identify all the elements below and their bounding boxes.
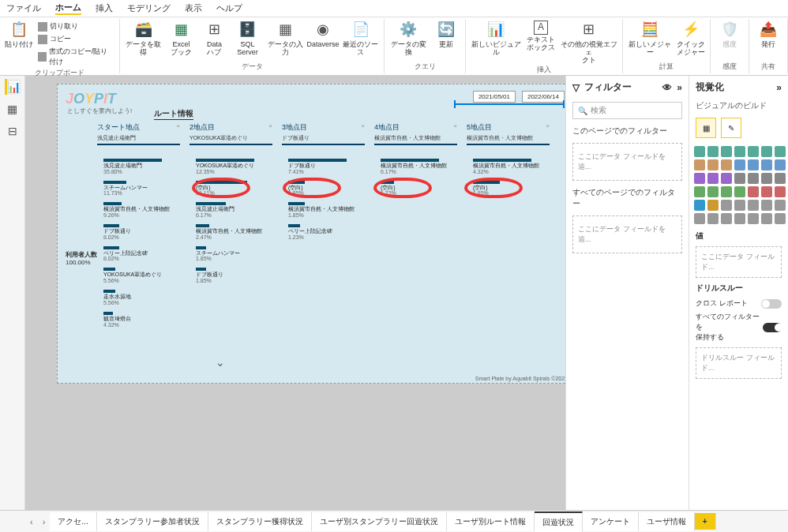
drillthrough-well[interactable]: ドリルスルー フィールド... bbox=[696, 347, 782, 379]
datahub-button[interactable]: ⊞Data ハブ bbox=[200, 21, 228, 57]
page-tab[interactable]: ユーザ別ルート情報 bbox=[447, 512, 535, 531]
visual-type-icon[interactable] bbox=[707, 159, 719, 170]
column-header[interactable]: 2地点目×YOKOSUKA軍港めぐり bbox=[189, 122, 272, 145]
close-icon[interactable]: × bbox=[453, 122, 457, 129]
visual-type-icon[interactable] bbox=[694, 200, 705, 211]
visual-type-icon[interactable] bbox=[761, 173, 772, 184]
visual-type-icon[interactable] bbox=[775, 146, 786, 157]
menu-file[interactable]: ファイル bbox=[6, 2, 41, 14]
visual-type-icon[interactable] bbox=[694, 213, 705, 224]
visual-type-icon[interactable] bbox=[694, 173, 705, 184]
visual-type-icon[interactable] bbox=[748, 146, 759, 157]
visual-type-icon[interactable] bbox=[775, 213, 786, 224]
visual-type-icon[interactable] bbox=[694, 186, 705, 197]
transform-button[interactable]: ⚙️データの変換 bbox=[389, 21, 426, 57]
tree-node[interactable]: ペリー上陸記念碑8.02% bbox=[103, 246, 186, 262]
page-tab[interactable]: ユーザ情報 bbox=[639, 512, 695, 531]
recent-sources-button[interactable]: 📄最近のソース bbox=[342, 21, 379, 57]
close-icon[interactable]: × bbox=[268, 122, 272, 129]
visual-type-icon[interactable] bbox=[761, 200, 772, 211]
page-tab[interactable]: スタンプラリー参加者状況 bbox=[97, 512, 208, 531]
visual-type-icon[interactable] bbox=[734, 186, 745, 197]
more-visuals-button[interactable]: ⊞その他の視覚エフェ クト bbox=[560, 21, 617, 65]
visual-type-icon[interactable] bbox=[734, 146, 745, 157]
visual-type-icon[interactable] bbox=[707, 213, 719, 224]
copy-button[interactable]: コピー bbox=[38, 34, 114, 44]
close-icon[interactable]: × bbox=[176, 122, 180, 129]
tree-node[interactable]: 横須賀市自然・人文博物館2.47% bbox=[196, 224, 279, 240]
all-filters-well[interactable]: ここにデータ フィールドを追... bbox=[572, 215, 682, 253]
visual-type-icon[interactable] bbox=[734, 213, 745, 224]
page-tab[interactable]: 回遊状況 bbox=[535, 511, 583, 532]
visual-type-icon[interactable] bbox=[748, 200, 759, 211]
visual-type-icon[interactable] bbox=[775, 173, 786, 184]
visual-type-icon[interactable] bbox=[734, 159, 745, 170]
root-node[interactable]: 利用者人数 100.00% bbox=[66, 250, 97, 266]
tree-node[interactable]: YOKOSUKA軍港めぐり12.35% bbox=[196, 159, 279, 174]
visual-type-icon[interactable] bbox=[775, 200, 786, 211]
excel-button[interactable]: ▦Excel ブック bbox=[167, 21, 195, 57]
tree-node[interactable]: YOKOSUKA軍港めぐり5.56% bbox=[103, 268, 186, 283]
expand-icon[interactable]: » bbox=[776, 82, 782, 93]
page-tab[interactable]: ユーザ別スタンプラリー回遊状況 bbox=[312, 512, 447, 531]
build-mode-icon[interactable]: ▦ bbox=[696, 118, 716, 138]
datainput-button[interactable]: ▦データの入力 bbox=[266, 21, 303, 57]
page-tab[interactable]: アクセ... bbox=[50, 512, 96, 531]
publish-button[interactable]: 📤発行 bbox=[754, 21, 782, 49]
tree-node[interactable]: 横須賀市自然・人文博物館9.26% bbox=[103, 202, 186, 218]
tree-node[interactable]: スチームハンマー1.85% bbox=[196, 246, 279, 262]
refresh-button[interactable]: 🔄更新 bbox=[432, 21, 460, 49]
visual-type-icon[interactable] bbox=[721, 173, 732, 184]
visual-type-icon[interactable] bbox=[775, 159, 786, 170]
report-visual[interactable]: JOYPIT としすぐを案内しよう! ルート情報 2021/05/01 2022… bbox=[57, 84, 565, 384]
menu-help[interactable]: ヘルプ bbox=[216, 2, 242, 14]
tree-node[interactable]: (空白)1.23% bbox=[381, 181, 463, 197]
date-to[interactable]: 2022/06/14 bbox=[522, 91, 565, 103]
column-header[interactable]: 5地点目×横須賀市自然・人文博物館 bbox=[467, 122, 550, 145]
menu-insert[interactable]: 挿入 bbox=[96, 2, 113, 14]
tree-node[interactable]: (空白)1.85% bbox=[473, 181, 556, 197]
page-tab[interactable]: アンケート bbox=[583, 512, 639, 531]
add-page-button[interactable]: + bbox=[695, 513, 716, 530]
visual-type-icon[interactable] bbox=[748, 186, 759, 197]
visual-type-icon[interactable] bbox=[734, 173, 745, 184]
report-view-icon[interactable]: 📊 bbox=[5, 79, 21, 95]
model-view-icon[interactable]: ⊟ bbox=[5, 123, 21, 139]
tree-node[interactable]: ペリー上陸記念碑1.23% bbox=[288, 224, 371, 240]
tab-prev-icon[interactable]: ‹ bbox=[25, 517, 38, 526]
visual-type-icon[interactable] bbox=[707, 173, 719, 184]
cut-button[interactable]: 切り取り bbox=[38, 21, 114, 32]
format-mode-icon[interactable]: ✎ bbox=[721, 118, 741, 138]
visual-type-icon[interactable] bbox=[748, 159, 759, 170]
tab-next-icon[interactable]: › bbox=[38, 517, 51, 526]
date-from[interactable]: 2021/05/01 bbox=[473, 91, 516, 103]
visual-type-icon[interactable] bbox=[694, 159, 705, 170]
tree-node[interactable]: 横須賀市自然・人文博物館1.85% bbox=[288, 202, 371, 218]
column-header[interactable]: スタート地点×浅見波止場衛門 bbox=[97, 122, 180, 145]
visual-type-icon[interactable] bbox=[761, 159, 772, 170]
visual-type-icon[interactable] bbox=[775, 186, 786, 197]
page-tab[interactable]: スタンプラリー獲得状況 bbox=[208, 512, 312, 531]
textbox-button[interactable]: Aテキスト ボックス bbox=[527, 21, 555, 52]
report-canvas[interactable]: JOYPIT としすぐを案内しよう! ルート情報 2021/05/01 2022… bbox=[25, 76, 565, 510]
expand-icon[interactable]: » bbox=[677, 82, 682, 93]
quick-measure-button[interactable]: ⚡クイック メジャー bbox=[677, 21, 705, 57]
visual-type-icon[interactable] bbox=[707, 186, 719, 197]
visual-type-icon[interactable] bbox=[721, 200, 732, 211]
tree-node[interactable]: (空白)11.11% bbox=[196, 181, 279, 197]
tree-node[interactable]: ドブ板通り7.41% bbox=[288, 159, 371, 174]
page-filters-well[interactable]: ここにデータ フィールドを追... bbox=[572, 143, 682, 181]
tree-node[interactable]: ドブ板通り1.85% bbox=[196, 268, 279, 283]
new-measure-button[interactable]: 🧮新しいメジャー bbox=[628, 21, 672, 57]
filter-search[interactable]: 🔍 検索 bbox=[572, 102, 682, 119]
column-header[interactable]: 4地点目×横須賀市自然・人文博物館 bbox=[374, 122, 457, 145]
menu-view[interactable]: 表示 bbox=[185, 2, 202, 14]
values-well[interactable]: ここにデータ フィールド... bbox=[696, 246, 782, 278]
expand-chevron-icon[interactable]: ⌄ bbox=[216, 356, 225, 369]
format-painter-button[interactable]: 書式のコピー/貼り付け bbox=[38, 47, 114, 67]
close-icon[interactable]: × bbox=[361, 122, 365, 129]
visual-type-icon[interactable] bbox=[734, 200, 745, 211]
visual-type-icon[interactable] bbox=[721, 186, 732, 197]
sensitivity-button[interactable]: 🛡️感度 bbox=[715, 21, 744, 49]
visual-type-icon[interactable] bbox=[761, 146, 772, 157]
